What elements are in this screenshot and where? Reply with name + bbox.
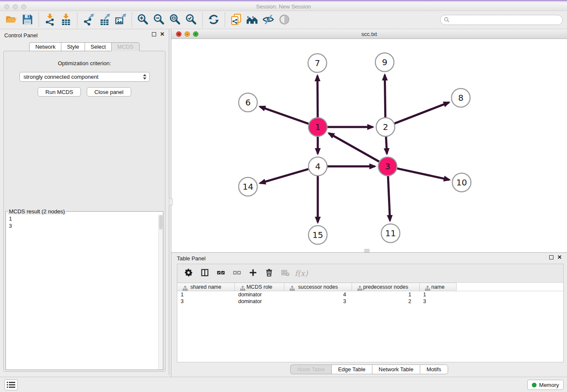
table-tabs: Node TableEdge TableNetwork TableMotifs [171,364,567,374]
table-row[interactable]: 3dominator323 [177,298,563,305]
tab-mcds[interactable]: MCDS [111,42,139,51]
float-panel-icon[interactable] [152,32,156,36]
node-15[interactable]: 15 [308,226,327,244]
export-network-button[interactable] [80,12,96,28]
table-cell[interactable]: 1 [352,291,420,298]
table-cell[interactable]: 1 [177,291,235,298]
node-10[interactable]: 10 [452,173,471,192]
table-cell[interactable]: 3 [420,298,457,305]
zoom-selected-button[interactable] [183,12,199,28]
open-folder-icon [5,13,18,27]
close-table-panel-icon[interactable]: ✕ [557,255,562,259]
run-mcds-button[interactable]: Run MCDS [38,87,81,97]
zoom-out-button[interactable] [151,12,167,28]
tab-network[interactable]: Network [29,42,61,51]
table-cell[interactable]: 2 [352,298,420,305]
export-image-icon [114,13,127,27]
table-cell[interactable]: dominator [235,298,284,305]
horizontal-splitter-grip[interactable] [364,249,369,252]
zoom-fit-icon [169,13,182,27]
export-network-icon [82,13,95,27]
export-table-button[interactable] [96,12,113,28]
column-header-shared-name[interactable]: shared name [177,283,235,291]
column-header-name[interactable]: name [420,283,457,291]
column-header-label: predecessor nodes [363,284,408,290]
tab-node-table[interactable]: Node Table [290,364,331,374]
tab-motifs[interactable]: Motifs [420,364,448,374]
memory-button[interactable]: Memory [527,380,564,390]
vertical-splitter-grip[interactable] [169,199,173,205]
node-14[interactable]: 14 [239,177,257,196]
search-box[interactable] [440,15,563,25]
cytoscape-window: { "window": { "title": "Session: New Ses… [0,0,567,392]
node-4[interactable]: 4 [308,157,327,176]
table-cell[interactable]: 1 [420,291,457,298]
houses-button[interactable] [244,12,260,28]
delete-column-button[interactable] [262,266,276,281]
edge-3-11[interactable] [388,176,390,221]
tab-select[interactable]: Select [85,42,111,51]
node-6[interactable]: 6 [239,93,257,112]
zoom-in-button[interactable] [135,12,151,28]
edge-2-9[interactable] [385,75,385,117]
table-cell[interactable]: dominator [235,291,284,298]
edge-1-6[interactable] [260,107,308,124]
node-7[interactable]: 7 [308,54,327,72]
close-panel-icon[interactable]: ✕ [160,32,165,36]
network-canvas[interactable]: 7968124314101511 [171,39,567,252]
node-1[interactable]: 1 [308,118,327,136]
add-column-button[interactable] [246,266,260,281]
edge-3-10[interactable] [397,168,449,180]
node-3[interactable]: 3 [378,157,397,176]
mcds-result-list[interactable]: 13 [6,215,163,230]
toolbar-separator [39,13,39,27]
open-folder-button[interactable] [3,12,19,28]
column-header-MCDS-role[interactable]: MCDS role [235,283,284,291]
deselect-all-button[interactable] [230,266,244,281]
gear-button[interactable] [182,266,196,281]
table-cell[interactable]: 3 [284,298,352,305]
task-console-button[interactable] [4,379,18,390]
table-row[interactable]: 1dominator411 [177,291,563,298]
search-input[interactable] [450,17,559,23]
edge-4-14[interactable] [260,169,308,183]
import-table-button[interactable] [58,12,74,28]
edge-1-7[interactable] [317,76,318,117]
node-11[interactable]: 11 [381,224,400,243]
app-titlebar: Session: New Session [0,3,567,11]
edge-2-8[interactable] [394,102,449,124]
clone-network-icon [230,13,242,27]
node-8[interactable]: 8 [451,88,470,107]
import-network-button[interactable] [42,12,58,28]
houses-icon [246,13,259,27]
table-column-headers: shared nameMCDS rolesuccessor nodesprede… [177,283,563,291]
table-cell[interactable]: 3 [177,298,235,305]
select-all-button[interactable] [214,266,228,281]
edge-3-1[interactable] [329,133,379,162]
float-table-panel-icon[interactable] [549,255,553,259]
edge-2-3[interactable] [386,137,387,154]
optimization-dropdown[interactable]: strongly connected component [19,72,150,82]
table-rows: 1dominator4113dominator323 [177,291,563,305]
tab-network-table[interactable]: Network Table [372,364,420,374]
svg-text:2: 2 [383,122,388,132]
column-header-successor-nodes[interactable]: successor nodes [284,283,352,291]
save-button[interactable] [19,12,36,28]
zoom-fit-button[interactable] [167,12,183,28]
columns-button[interactable] [198,266,212,281]
refresh-button[interactable] [206,12,222,28]
close-panel-button[interactable]: Close panel [87,87,131,97]
clone-network-button[interactable] [228,12,244,28]
table-panel: Table Panel ✕ f(x) shared nameMCDS roles… [171,253,567,377]
export-image-button[interactable] [113,12,129,28]
column-header-predecessor-nodes[interactable]: predecessor nodes [352,283,420,291]
tab-edge-table[interactable]: Edge Table [331,364,372,374]
column-header-label: shared name [190,284,221,290]
hide-eye-button[interactable] [260,12,276,28]
svg-text:4: 4 [315,161,321,171]
node-9[interactable]: 9 [375,53,394,72]
node-2[interactable]: 2 [376,118,395,136]
tab-style[interactable]: Style [61,42,85,51]
result-scrollbar[interactable] [158,215,163,370]
table-cell[interactable]: 4 [284,291,352,298]
